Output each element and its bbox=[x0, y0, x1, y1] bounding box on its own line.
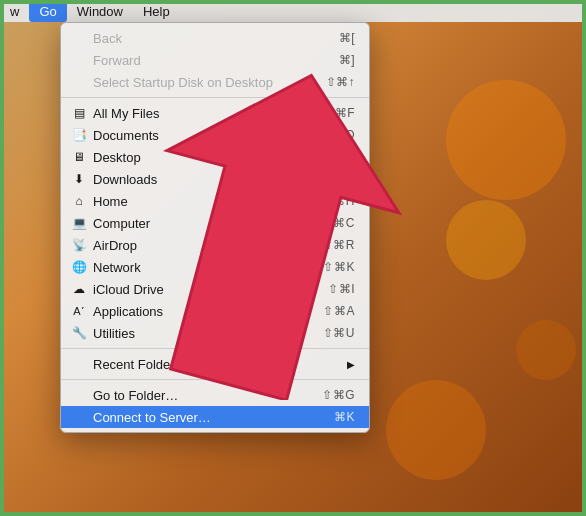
menubar: w Go Window Help bbox=[0, 0, 586, 22]
bokeh-2 bbox=[446, 200, 526, 280]
bokeh-4 bbox=[386, 380, 486, 480]
bokeh-1 bbox=[446, 80, 566, 200]
recent-folders-icon bbox=[71, 356, 87, 372]
connect-server-shortcut: ⌘K bbox=[334, 410, 355, 424]
downloads-icon: ⬇ bbox=[71, 171, 87, 187]
all-my-files-icon: ▤ bbox=[71, 105, 87, 121]
menu-item-network[interactable]: 🌐 Network ⇧⌘K bbox=[61, 256, 369, 278]
go-to-folder-icon bbox=[71, 387, 87, 403]
menubar-window[interactable]: Window bbox=[67, 0, 133, 22]
connect-server-icon bbox=[71, 409, 87, 425]
utilities-icon: 🔧 bbox=[71, 325, 87, 341]
menu-item-downloads[interactable]: ⬇ Downloads ⌥⌘L bbox=[61, 168, 369, 190]
menu-item-computer[interactable]: 💻 Computer ⇧⌘C bbox=[61, 212, 369, 234]
menu-item-icloud-drive[interactable]: ☁ iCloud Drive ⇧⌘I bbox=[61, 278, 369, 300]
menu-item-home[interactable]: ⌂ Home ⇧⌘H bbox=[61, 190, 369, 212]
go-menu-dropdown: Back ⌘[ Forward ⌘] Select Startup Disk o… bbox=[60, 22, 370, 433]
forward-icon bbox=[71, 52, 87, 68]
computer-icon: 💻 bbox=[71, 215, 87, 231]
menu-item-startup-disk[interactable]: Select Startup Disk on Desktop ⇧⌘↑ bbox=[61, 71, 369, 93]
menu-item-back[interactable]: Back ⌘[ bbox=[61, 27, 369, 49]
menubar-help[interactable]: Help bbox=[133, 0, 180, 22]
separator-3 bbox=[61, 379, 369, 380]
submenu-arrow: ▶ bbox=[347, 359, 355, 370]
network-icon: 🌐 bbox=[71, 259, 87, 275]
airdrop-icon: 📡 bbox=[71, 237, 87, 253]
desktop-icon: 🖥 bbox=[71, 149, 87, 165]
menu-item-go-to-folder[interactable]: Go to Folder… ⇧⌘G bbox=[61, 384, 369, 406]
menu-item-all-my-files[interactable]: ▤ All My Files ⇧⌘F bbox=[61, 102, 369, 124]
icloud-icon: ☁ bbox=[71, 281, 87, 297]
menu-item-forward[interactable]: Forward ⌘] bbox=[61, 49, 369, 71]
home-icon: ⌂ bbox=[71, 193, 87, 209]
menu-item-recent-folders[interactable]: Recent Folders ▶ bbox=[61, 353, 369, 375]
menu-item-desktop[interactable]: 🖥 Desktop ⇧⌘D bbox=[61, 146, 369, 168]
menu-item-connect-to-server[interactable]: Connect to Server… ⌘K bbox=[61, 406, 369, 428]
menu-item-applications[interactable]: Aʼ Applications ⇧⌘A bbox=[61, 300, 369, 322]
back-icon bbox=[71, 30, 87, 46]
separator-2 bbox=[61, 348, 369, 349]
separator-1 bbox=[61, 97, 369, 98]
startup-icon bbox=[71, 74, 87, 90]
menu-item-documents[interactable]: 📑 Documents ⇧⌘O bbox=[61, 124, 369, 146]
documents-icon: 📑 bbox=[71, 127, 87, 143]
bokeh-3 bbox=[516, 320, 576, 380]
menu-item-airdrop[interactable]: 📡 AirDrop ⇧⌘R bbox=[61, 234, 369, 256]
applications-icon: Aʼ bbox=[71, 303, 87, 319]
menu-item-utilities[interactable]: 🔧 Utilities ⇧⌘U bbox=[61, 322, 369, 344]
menubar-app[interactable]: w bbox=[0, 0, 29, 22]
menubar-go[interactable]: Go bbox=[29, 0, 66, 22]
